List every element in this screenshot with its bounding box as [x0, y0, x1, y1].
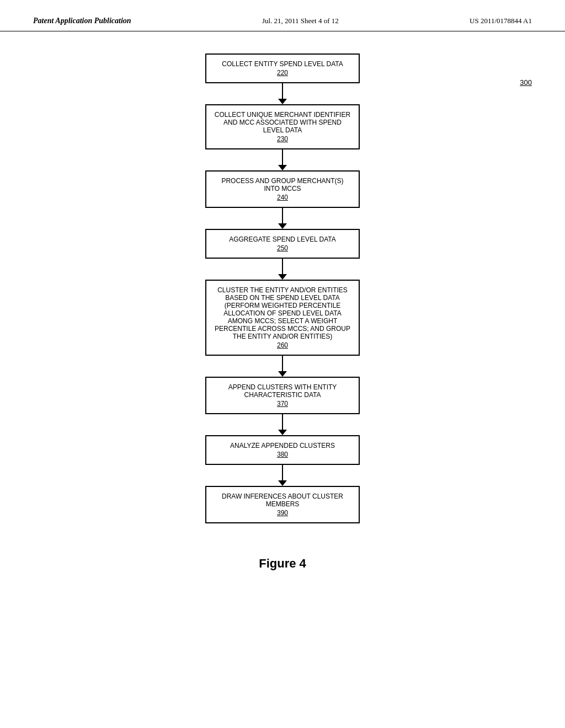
arrow-line	[282, 259, 283, 274]
arrow-line	[282, 83, 283, 99]
box-370-text: APPEND CLUSTERS WITH ENTITY CHARACTERIST…	[228, 383, 337, 399]
box-240: PROCESS AND GROUP MERCHANT(S) INTO MCCS …	[205, 170, 360, 208]
box-230-number: 230	[213, 135, 352, 143]
box-390-number: 390	[213, 509, 352, 517]
arrow-head	[278, 371, 287, 377]
box-220-text: COLLECT ENTITY SPEND LEVEL DATA	[222, 60, 343, 68]
box-260: CLUSTER THE ENTITY AND/OR ENTITIES BASED…	[205, 280, 360, 356]
arrow-230-240	[278, 149, 287, 170]
box-250-text: AGGREGATE SPEND LEVEL DATA	[229, 235, 336, 243]
header-patent-number: US 2011/0178844 A1	[470, 17, 532, 25]
box-390-text: DRAW INFERENCES ABOUT CLUSTER MEMBERS	[222, 493, 343, 508]
header-publication-type: Patent Application Publication	[33, 17, 131, 25]
arrow-220-230	[278, 83, 287, 104]
box-370: APPEND CLUSTERS WITH ENTITY CHARACTERIST…	[205, 377, 360, 414]
arrow-line	[282, 149, 283, 165]
box-230-text: COLLECT UNIQUE MERCHANT IDENTIFIER AND M…	[215, 111, 350, 134]
arrow-line	[282, 356, 283, 371]
box-250: AGGREGATE SPEND LEVEL DATA 250	[205, 229, 360, 259]
arrow-head	[278, 165, 287, 170]
main-content: 300 COLLECT ENTITY SPEND LEVEL DATA 220 …	[0, 31, 565, 540]
figure-caption: Figure 4	[0, 556, 565, 587]
arrow-line	[282, 465, 283, 480]
arrow-line	[282, 208, 283, 223]
box-390: DRAW INFERENCES ABOUT CLUSTER MEMBERS 39…	[205, 486, 360, 523]
arrow-260-370	[278, 356, 287, 377]
box-380: ANALYZE APPENDED CLUSTERS 380	[205, 435, 360, 465]
page-header: Patent Application Publication Jul. 21, …	[0, 0, 565, 31]
arrow-370-380	[278, 414, 287, 435]
box-220-number: 220	[213, 69, 352, 77]
flow-diagram: COLLECT ENTITY SPEND LEVEL DATA 220 COLL…	[189, 53, 376, 523]
box-380-text: ANALYZE APPENDED CLUSTERS	[230, 442, 335, 449]
arrow-250-260	[278, 259, 287, 280]
box-240-text: PROCESS AND GROUP MERCHANT(S) INTO MCCS	[221, 177, 343, 192]
box-380-number: 380	[213, 451, 352, 458]
arrow-380-390	[278, 465, 287, 486]
box-370-number: 370	[213, 400, 352, 408]
box-240-number: 240	[213, 194, 352, 201]
arrow-head	[278, 430, 287, 435]
arrow-head	[278, 274, 287, 280]
box-260-text: CLUSTER THE ENTITY AND/OR ENTITIES BASED…	[215, 286, 350, 340]
box-260-number: 260	[213, 341, 352, 349]
arrow-head	[278, 99, 287, 104]
arrow-head	[278, 223, 287, 229]
arrow-line	[282, 414, 283, 430]
box-220: COLLECT ENTITY SPEND LEVEL DATA 220	[205, 53, 360, 83]
box-250-number: 250	[213, 244, 352, 252]
arrow-head	[278, 480, 287, 486]
diagram-label-300: 300	[520, 78, 532, 87]
box-230: COLLECT UNIQUE MERCHANT IDENTIFIER AND M…	[205, 104, 360, 149]
arrow-240-250	[278, 208, 287, 229]
header-date-sheet: Jul. 21, 2011 Sheet 4 of 12	[262, 17, 339, 25]
